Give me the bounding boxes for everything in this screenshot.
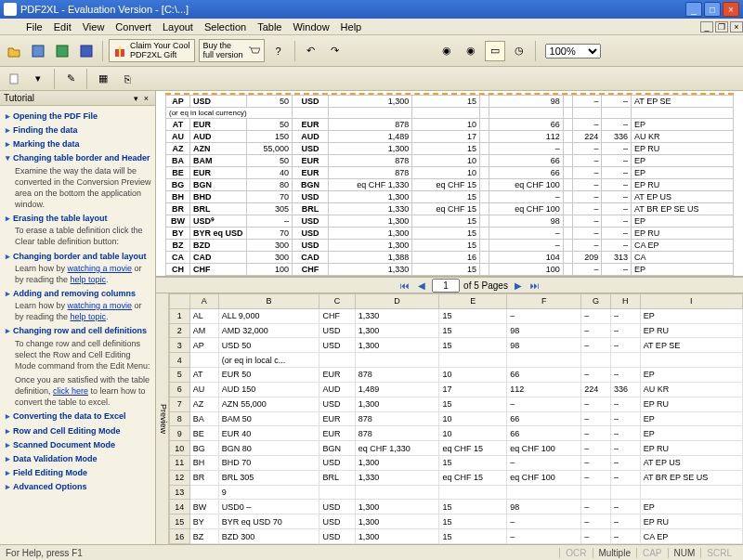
maximize-button[interactable]: □ xyxy=(704,2,721,17)
pdf-row[interactable]: BHBHD70USD1,30015–––AT EP US xyxy=(166,191,734,203)
tutorial-topic[interactable]: Changing row and cell definitions xyxy=(6,325,151,336)
pdf-row[interactable]: APUSD50USD1,3001598––AT EP SE xyxy=(166,96,734,108)
tutorial-dropdown[interactable]: ▾ xyxy=(131,93,141,103)
redo-button[interactable]: ↷ xyxy=(325,41,345,61)
pdf-row[interactable]: BEEUR40EUR8781066––EP xyxy=(166,167,734,179)
promo-gift[interactable]: Claim Your CoolPDF2XL Gift xyxy=(109,39,195,63)
col-header[interactable]: E xyxy=(439,294,507,309)
page-first[interactable]: ⏮ xyxy=(398,279,411,292)
new-doc-button[interactable] xyxy=(4,69,24,89)
menu-table[interactable]: Table xyxy=(252,20,287,33)
tool-cd1[interactable]: ◉ xyxy=(437,41,457,61)
page-input[interactable] xyxy=(432,279,460,293)
page-next[interactable]: ▶ xyxy=(512,279,525,292)
pdf-row[interactable]: BRBRL305BRL1,330eq CHF 15eq CHF 100––AT … xyxy=(166,203,734,215)
col-header[interactable]: G xyxy=(581,294,611,309)
page-last[interactable]: ⏭ xyxy=(528,279,541,292)
close-button[interactable]: × xyxy=(723,2,739,17)
pdf-row[interactable]: BGBGN80BGNeq CHF 1,330eq CHF 15eq CHF 10… xyxy=(166,179,734,191)
col-header[interactable]: B xyxy=(218,294,319,309)
page-prev[interactable]: ◀ xyxy=(415,279,428,292)
sheet-row[interactable]: 4(or eq in local c... xyxy=(169,353,742,368)
tool-cd2[interactable]: ◉ xyxy=(461,41,481,61)
mdi-restore[interactable]: ❐ xyxy=(715,21,728,33)
pdf-row[interactable]: AZAZN55,000USD1,30015–––EP RU xyxy=(166,143,734,155)
sheet-row[interactable]: 11BHBHD 70USD1,30015–––AT EP US xyxy=(169,455,742,470)
menu-window[interactable]: Window xyxy=(287,20,334,33)
tutorial-topic[interactable]: Scanned Document Mode xyxy=(6,439,151,450)
tutorial-topic[interactable]: Finding the data xyxy=(6,124,151,136)
promo-buy[interactable]: Buy thefull version xyxy=(199,39,265,63)
tool-toggle[interactable]: ▭ xyxy=(485,41,505,61)
pdf-row[interactable]: BYBYR eq USD70USD1,30015–––EP RU xyxy=(166,228,734,240)
menu-convert[interactable]: Convert xyxy=(110,20,157,33)
undo-button[interactable]: ↶ xyxy=(301,41,321,61)
menu-file[interactable]: File xyxy=(20,20,48,33)
pdf-row[interactable]: CACAD300CAD1,38816104209313CA xyxy=(166,252,734,264)
tutorial-topic[interactable]: Erasing the table layout xyxy=(6,213,151,224)
tutorial-topic[interactable]: Changing table border and Header xyxy=(6,152,151,163)
col-header[interactable]: I xyxy=(640,294,742,309)
menu-selection[interactable]: Selection xyxy=(199,20,252,33)
export-word-button[interactable] xyxy=(76,41,97,61)
tutorial-topic[interactable]: Adding and removing columns xyxy=(6,288,151,299)
sheet-row[interactable]: 10BGBGN 80BGNeq CHF 1,330eq CHF 15eq CHF… xyxy=(169,441,742,456)
sheet-row[interactable]: 3APUSD 50USD1,3001598––AT EP SE xyxy=(169,338,742,353)
tutorial-topic[interactable]: Field Editing Mode xyxy=(6,467,151,478)
sheet-row[interactable]: 9BEEUR 40EUR8781066––EP xyxy=(169,426,742,441)
sheet-row[interactable]: 5ATEUR 50EUR8781066––EP xyxy=(169,368,742,383)
mdi-close[interactable]: × xyxy=(730,21,743,33)
sheet-row[interactable]: 7AZAZN 55,000USD1,30015–––EP RU xyxy=(169,397,742,411)
tutorial-close[interactable]: × xyxy=(141,93,151,103)
tool-clock[interactable]: ◷ xyxy=(509,41,529,61)
minimize-button[interactable]: _ xyxy=(685,2,702,17)
tutorial-topic[interactable]: Converting the data to Excel xyxy=(6,410,151,422)
sheet-row[interactable]: 6AUAUD 150AUD1,48917112224336AU KR xyxy=(169,382,742,397)
sheet-row[interactable]: 15BYBYR eq USD 70USD1,30015–––EP RU xyxy=(169,514,742,529)
bookmark-button[interactable]: ▾ xyxy=(28,69,48,89)
pdf-row[interactable]: BWUSD⁹–USD1,3001598––EP xyxy=(166,215,734,228)
calendar-button[interactable]: ▦ xyxy=(93,69,113,89)
sheet-row[interactable]: 14BWUSD0 –USD1,3001598––EP xyxy=(169,500,742,514)
sheet-row[interactable]: 1ALALL 9,000CHF1,33015–––EP xyxy=(169,308,742,323)
mdi-minimize[interactable]: _ xyxy=(700,21,713,33)
svg-rect-0 xyxy=(33,46,44,57)
col-header[interactable]: A xyxy=(189,294,218,309)
col-header[interactable]: H xyxy=(610,294,640,309)
tutorial-topic[interactable]: Changing border and table layout xyxy=(6,251,151,262)
pdf-row[interactable]: CHCHF100CHF1,33015100––EP xyxy=(166,264,734,276)
open-button[interactable] xyxy=(4,41,24,61)
pdf-row[interactable]: ATEUR50EUR8781066––EP xyxy=(166,119,734,131)
help-button[interactable]: ? xyxy=(268,41,289,61)
tutorial-topic[interactable]: Advanced Options xyxy=(6,481,151,492)
pdf-preview[interactable]: APUSD50USD1,3001598––AT EP SE(or eq in l… xyxy=(156,91,743,277)
save-button[interactable] xyxy=(28,41,48,61)
tutorial-topic[interactable]: Data Validation Mode xyxy=(6,453,151,464)
tutorial-body: Examine the way the data will be convert… xyxy=(15,165,151,211)
col-header[interactable]: D xyxy=(355,294,439,309)
export-excel-button[interactable] xyxy=(52,41,72,61)
menu-edit[interactable]: Edit xyxy=(48,20,77,33)
doc-title: [C:\...] xyxy=(162,4,189,15)
spreadsheet-preview[interactable]: Preview ABCDEFGHI1ALALL 9,000CHF1,33015–… xyxy=(156,293,743,544)
pdf-row[interactable]: AUAUD150AUD1,48917112224336AU KR xyxy=(166,131,734,143)
link-button[interactable]: ⎘ xyxy=(117,69,137,89)
zoom-select[interactable]: 100% xyxy=(545,44,601,59)
sheet-row[interactable]: 12BRBRL 305BRL1,330eq CHF 15eq CHF 100––… xyxy=(169,470,742,485)
tutorial-topic[interactable]: Opening the PDF File xyxy=(6,111,151,122)
tutorial-body: To erase a table definition click the Cl… xyxy=(15,225,151,247)
sheet-row[interactable]: 8BABAM 50EUR8781066––EP xyxy=(169,411,742,426)
pdf-row[interactable]: BZBZD300USD1,30015–––CA EP xyxy=(166,240,734,252)
sheet-row[interactable]: 16BZBZD 300USD1,30015–––CA EP xyxy=(169,529,742,544)
sheet-row[interactable]: 2AMAMD 32,000USD1,3001598––EP RU xyxy=(169,323,742,338)
menu-help[interactable]: Help xyxy=(335,20,368,33)
tutorial-topic[interactable]: Marking the data xyxy=(6,138,151,150)
col-header[interactable]: F xyxy=(507,294,581,309)
col-header[interactable]: C xyxy=(319,294,355,309)
pdf-row[interactable]: BABAM50EUR8781066––EP xyxy=(166,155,734,167)
edit-button[interactable]: ✎ xyxy=(60,69,81,89)
tutorial-topic[interactable]: Row and Cell Editing Mode xyxy=(6,425,151,436)
menu-layout[interactable]: Layout xyxy=(157,20,199,33)
sheet-row[interactable]: 139 xyxy=(169,485,742,500)
menu-view[interactable]: View xyxy=(77,20,111,33)
